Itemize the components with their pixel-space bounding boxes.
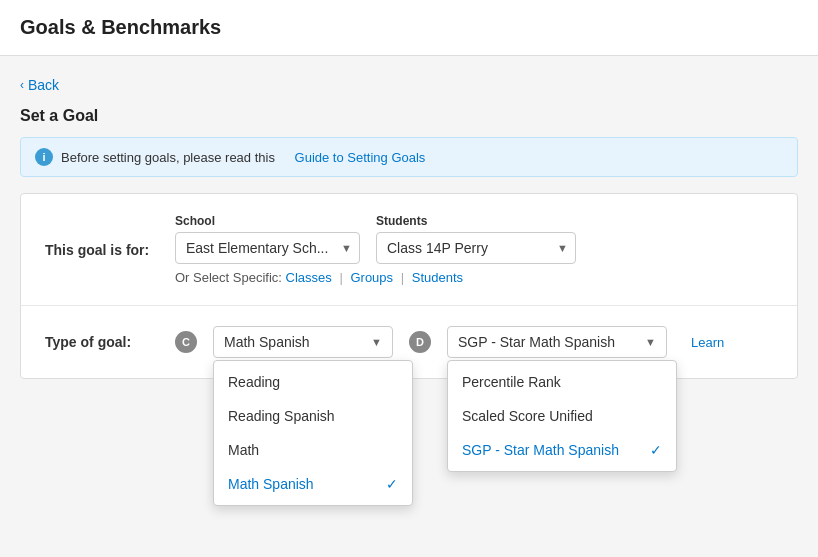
type-item-reading-spanish-label: Reading Spanish xyxy=(228,408,335,424)
classes-link[interactable]: Classes xyxy=(286,270,332,285)
page-title: Goals & Benchmarks xyxy=(20,16,798,39)
goal-for-label: This goal is for: xyxy=(45,242,175,258)
type-of-goal-row: Type of goal: C Math Spanish ▼ Reading xyxy=(21,306,797,378)
sgp-item-star-math-label: SGP - Star Math Spanish xyxy=(462,442,619,458)
page-header: Goals & Benchmarks xyxy=(0,0,818,56)
school-field-block: School East Elementary Sch... ▼ xyxy=(175,214,360,264)
separator-1: | xyxy=(339,270,342,285)
badge-d: D xyxy=(409,331,431,353)
students-field-block: Students Class 14P Perry ▼ xyxy=(376,214,576,264)
sgp-item-scaled-label: Scaled Score Unified xyxy=(462,408,593,424)
school-label: School xyxy=(175,214,360,228)
sgp-dropdown-menu: Percentile Rank Scaled Score Unified SGP… xyxy=(447,360,677,472)
students-label: Students xyxy=(376,214,576,228)
students-select[interactable]: Class 14P Perry xyxy=(376,232,576,264)
type-dropdown-arrow-icon: ▼ xyxy=(371,336,382,348)
back-label: Back xyxy=(28,77,59,93)
sgp-dropdown-trigger[interactable]: SGP - Star Math Spanish ▼ xyxy=(447,326,667,358)
type-of-goal-label: Type of goal: xyxy=(45,334,175,350)
set-goal-heading: Set a Goal xyxy=(20,107,798,125)
badge-c: C xyxy=(175,331,197,353)
learn-more-link[interactable]: Learn xyxy=(691,335,724,350)
type-item-reading[interactable]: Reading xyxy=(214,365,412,399)
type-item-math-spanish-label: Math Spanish xyxy=(228,476,314,492)
page-content: ‹ Back Set a Goal i Before setting goals… xyxy=(0,56,818,553)
info-icon: i xyxy=(35,148,53,166)
school-students-fields: School East Elementary Sch... ▼ Students xyxy=(175,214,576,264)
form-card: This goal is for: School East Elementary… xyxy=(20,193,798,379)
sgp-item-percentile-label: Percentile Rank xyxy=(462,374,561,390)
type-item-math-spanish[interactable]: Math Spanish ✓ xyxy=(214,467,412,501)
type-dropdown-value: Math Spanish xyxy=(224,334,310,350)
type-dropdown: Math Spanish ▼ Reading Reading Spanish xyxy=(213,326,393,358)
school-select-wrapper: East Elementary Sch... ▼ xyxy=(175,232,360,264)
back-arrow-icon: ‹ xyxy=(20,78,24,92)
type-dropdown-group: C Math Spanish ▼ Reading Reading xyxy=(175,326,724,358)
sgp-item-check-icon: ✓ xyxy=(650,442,662,458)
type-dropdown-trigger[interactable]: Math Spanish ▼ xyxy=(213,326,393,358)
sgp-item-percentile[interactable]: Percentile Rank xyxy=(448,365,676,399)
sgp-item-star-math[interactable]: SGP - Star Math Spanish ✓ xyxy=(448,433,676,467)
info-banner: i Before setting goals, please read this… xyxy=(20,137,798,177)
goal-for-fields: School East Elementary Sch... ▼ Students xyxy=(175,214,576,285)
type-item-math-label: Math xyxy=(228,442,259,458)
type-item-reading-spanish[interactable]: Reading Spanish xyxy=(214,399,412,433)
sgp-dropdown: SGP - Star Math Spanish ▼ Percentile Ran… xyxy=(447,326,667,358)
type-dropdown-container: C Math Spanish ▼ Reading Reading xyxy=(175,326,393,358)
groups-link[interactable]: Groups xyxy=(350,270,393,285)
or-select-label: Or Select Specific: xyxy=(175,270,282,285)
separator-2: | xyxy=(401,270,404,285)
sgp-dropdown-container: D SGP - Star Math Spanish ▼ Percentile R… xyxy=(409,326,667,358)
sgp-dropdown-arrow-icon: ▼ xyxy=(645,336,656,348)
sgp-item-scaled[interactable]: Scaled Score Unified xyxy=(448,399,676,433)
info-banner-text: Before setting goals, please read this xyxy=(61,150,275,165)
guide-link[interactable]: Guide to Setting Goals xyxy=(295,150,426,165)
type-item-reading-label: Reading xyxy=(228,374,280,390)
back-link[interactable]: ‹ Back xyxy=(20,77,59,93)
students-link[interactable]: Students xyxy=(412,270,463,285)
or-select-text: Or Select Specific: Classes | Groups | S… xyxy=(175,270,576,285)
sgp-dropdown-value: SGP - Star Math Spanish xyxy=(458,334,615,350)
type-item-math[interactable]: Math xyxy=(214,433,412,467)
students-select-wrapper: Class 14P Perry ▼ xyxy=(376,232,576,264)
goal-for-row: This goal is for: School East Elementary… xyxy=(21,194,797,306)
type-dropdown-menu: Reading Reading Spanish Math Math Spanis… xyxy=(213,360,413,506)
type-item-check-icon: ✓ xyxy=(386,476,398,492)
school-select[interactable]: East Elementary Sch... xyxy=(175,232,360,264)
